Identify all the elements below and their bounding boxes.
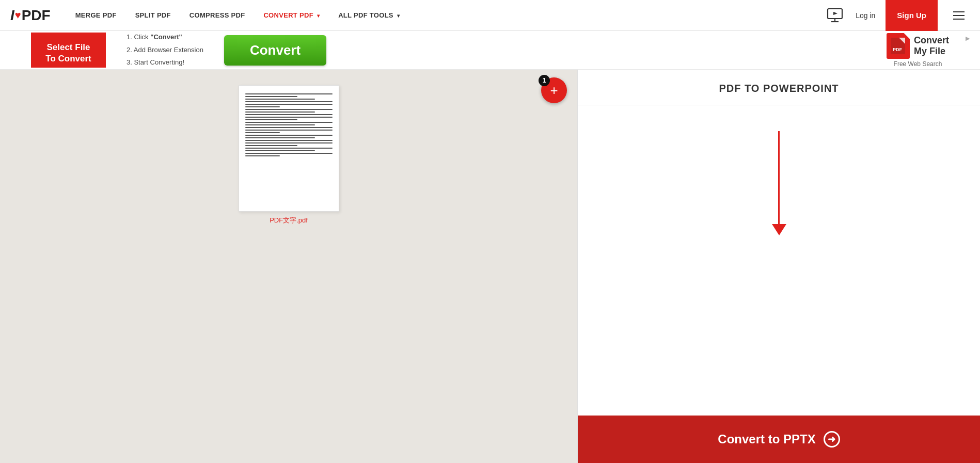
arrow-indicator — [772, 131, 786, 235]
svg-marker-3 — [833, 12, 837, 15]
arrow-line — [778, 131, 780, 224]
ad-step2: 2. Add Browser Extension — [127, 44, 203, 57]
ad-step3: 3. Start Converting! — [127, 56, 203, 69]
svg-text:PDF: PDF — [893, 47, 903, 52]
left-area: 1 + — [0, 70, 577, 463]
pdf-line — [245, 106, 280, 107]
pdf-line — [245, 142, 333, 143]
pdf-line — [245, 104, 333, 105]
signup-button[interactable]: Sign up — [886, 0, 938, 31]
logo-pdf: PDF — [22, 7, 51, 24]
add-files-button[interactable]: 1 + — [541, 77, 567, 103]
pdf-line — [245, 114, 333, 115]
pdf-icon: PDF — [887, 33, 910, 59]
ad-steps: 1. Click "Convert" 2. Add Browser Extens… — [127, 31, 203, 69]
pdf-line — [245, 137, 315, 138]
ad-logo-area: PDF Convert My File Free Web Search — [887, 33, 949, 68]
pdf-line — [245, 135, 333, 136]
select-file-button[interactable]: Select File To Convert — [31, 33, 106, 68]
header-right: Log in Sign up — [825, 0, 970, 31]
pdf-line — [245, 119, 297, 120]
logo[interactable]: I ♥ PDF — [10, 7, 51, 24]
login-button[interactable]: Log in — [850, 11, 880, 20]
logo-i: I — [10, 7, 14, 24]
pdf-preview-lines — [244, 91, 334, 159]
main-layout: 1 + — [0, 70, 980, 463]
convert-my-file-logo: PDF Convert My File Free Web Search — [887, 33, 949, 68]
pdf-line — [245, 145, 297, 146]
file-count-badge: 1 — [539, 75, 550, 86]
hamburger-line — [953, 11, 965, 12]
pdf-line — [245, 127, 333, 128]
plus-icon: + — [550, 84, 558, 97]
nav-merge[interactable]: MERGE PDF — [66, 11, 126, 19]
pdf-line — [245, 99, 315, 100]
nav-compress[interactable]: COMPRESS PDF — [180, 11, 255, 19]
free-web-search-text: Free Web Search — [894, 60, 942, 68]
pdf-line — [245, 122, 333, 123]
all-tools-dropdown-arrow: ▾ — [397, 13, 400, 19]
arrow-head — [772, 224, 786, 235]
ad-banner: Select File To Convert 1. Click "Convert… — [0, 31, 980, 70]
pdf-thumbnail-container: PDF文字.pdf — [239, 85, 339, 225]
logo-heart-icon: ♥ — [15, 9, 21, 21]
pdf-line — [245, 130, 333, 131]
pdf-line — [245, 150, 315, 151]
pdf-line — [245, 153, 333, 154]
ad-info-icon[interactable]: ▶ — [966, 35, 970, 42]
pdf-line — [245, 93, 333, 94]
pdf-line — [245, 155, 280, 156]
nav-split[interactable]: SPLIT PDF — [126, 11, 180, 19]
hamburger-line — [953, 15, 965, 16]
pdf-thumbnail[interactable] — [239, 85, 339, 212]
monitor-icon[interactable] — [825, 5, 845, 26]
pdf-line — [245, 148, 333, 149]
hamburger-line — [953, 19, 965, 20]
pdf-line — [245, 124, 315, 125]
pdf-line — [245, 109, 333, 110]
pdf-line — [245, 132, 280, 133]
header: I ♥ PDF MERGE PDF SPLIT PDF COMPRESS PDF… — [0, 0, 980, 31]
nav-all-tools[interactable]: ALL PDF TOOLS ▾ — [329, 11, 409, 19]
nav-convert[interactable]: CONVERT PDF ▾ — [254, 11, 329, 19]
nav: MERGE PDF SPLIT PDF COMPRESS PDF CONVERT… — [66, 11, 825, 19]
pdf-line — [245, 140, 333, 141]
pdf-line — [245, 117, 333, 118]
pdf-line — [245, 96, 297, 97]
pdf-line — [245, 101, 333, 102]
convert-text-logo: Convert My File — [914, 35, 949, 57]
convert-dropdown-arrow: ▾ — [317, 13, 320, 19]
sidebar-content — [578, 105, 980, 463]
pdf-filename: PDF文字.pdf — [270, 216, 308, 225]
right-sidebar: PDF TO POWERPOINT Convert to PPTX ➜ — [577, 70, 980, 463]
ad-step1: 1. Click "Convert" — [127, 31, 203, 44]
sidebar-title: PDF TO POWERPOINT — [578, 70, 980, 105]
pdf-line — [245, 111, 315, 113]
convert-arrow-icon: ➜ — [824, 431, 840, 448]
hamburger-menu[interactable] — [948, 6, 970, 25]
ad-convert-button[interactable]: Convert — [224, 35, 326, 66]
convert-pptx-button[interactable]: Convert to PPTX ➜ — [578, 416, 980, 463]
